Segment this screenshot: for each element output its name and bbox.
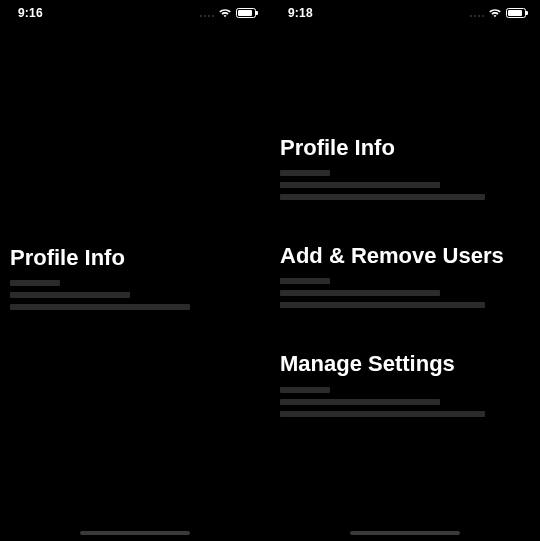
placeholder-line bbox=[10, 280, 60, 286]
signal-dots-icon bbox=[470, 9, 484, 17]
section-manage-settings: Manage Settings bbox=[280, 352, 530, 416]
section-profile-info: Profile Info bbox=[280, 136, 530, 200]
placeholder-line bbox=[280, 387, 330, 393]
screenshot-pair: 9:16 Profile Info bbox=[0, 0, 540, 541]
status-indicators bbox=[200, 8, 260, 18]
section-profile-info: Profile Info bbox=[10, 246, 260, 310]
placeholder-line bbox=[280, 411, 485, 417]
battery-icon bbox=[236, 8, 256, 18]
section-title: Manage Settings bbox=[280, 352, 530, 376]
placeholder-lines bbox=[280, 170, 530, 200]
placeholder-line bbox=[280, 399, 440, 405]
status-time: 9:18 bbox=[280, 6, 313, 20]
battery-icon bbox=[506, 8, 526, 18]
home-indicator bbox=[80, 531, 190, 535]
signal-dots-icon bbox=[200, 9, 214, 17]
placeholder-line bbox=[280, 302, 485, 308]
section-add-remove-users: Add & Remove Users bbox=[280, 244, 530, 308]
placeholder-line bbox=[280, 194, 485, 200]
placeholder-line bbox=[10, 304, 190, 310]
status-indicators bbox=[470, 8, 530, 18]
placeholder-line bbox=[280, 278, 330, 284]
placeholder-line bbox=[10, 292, 130, 298]
wifi-icon bbox=[218, 8, 232, 18]
phone-left: 9:16 Profile Info bbox=[0, 0, 270, 541]
placeholder-line bbox=[280, 182, 440, 188]
wifi-icon bbox=[488, 8, 502, 18]
section-title: Profile Info bbox=[280, 136, 530, 160]
content-area: Profile Info bbox=[10, 246, 260, 310]
status-bar: 9:18 bbox=[270, 0, 540, 26]
placeholder-line bbox=[280, 290, 440, 296]
section-title: Profile Info bbox=[10, 246, 260, 270]
content-area: Profile Info Add & Remove Users Manage S… bbox=[280, 136, 530, 417]
placeholder-lines bbox=[280, 387, 530, 417]
status-bar: 9:16 bbox=[0, 0, 270, 26]
section-title: Add & Remove Users bbox=[280, 244, 530, 268]
home-indicator bbox=[350, 531, 460, 535]
placeholder-line bbox=[280, 170, 330, 176]
status-time: 9:16 bbox=[10, 6, 43, 20]
phone-right: 9:18 Profile Info Ad bbox=[270, 0, 540, 541]
placeholder-lines bbox=[280, 278, 530, 308]
placeholder-lines bbox=[10, 280, 260, 310]
